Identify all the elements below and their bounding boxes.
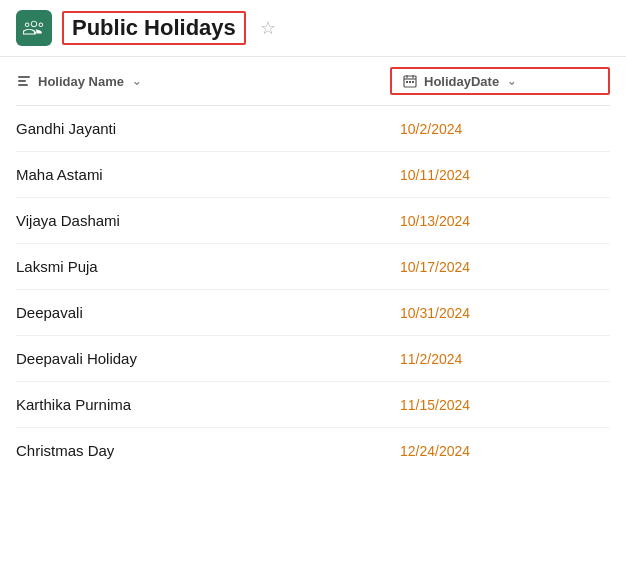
holiday-date-cell: 10/17/2024 [390, 259, 610, 275]
holiday-date-column-label: HolidayDate [424, 74, 499, 89]
name-sort-chevron[interactable]: ⌄ [132, 75, 141, 88]
svg-rect-9 [412, 81, 414, 83]
holiday-date-cell: 11/2/2024 [390, 351, 610, 367]
calendar-column-icon [402, 73, 418, 89]
table-row[interactable]: Christmas Day12/24/2024 [16, 428, 610, 473]
holiday-date-cell: 10/2/2024 [390, 121, 610, 137]
holiday-name-cell: Gandhi Jayanti [16, 120, 390, 137]
holiday-name-cell: Maha Astami [16, 166, 390, 183]
svg-rect-2 [18, 84, 28, 86]
date-sort-chevron[interactable]: ⌄ [507, 75, 516, 88]
svg-rect-7 [406, 81, 408, 83]
holiday-name-cell: Vijaya Dashami [16, 212, 390, 229]
svg-rect-1 [18, 80, 26, 82]
holiday-date-cell: 10/13/2024 [390, 213, 610, 229]
table-row[interactable]: Laksmi Puja10/17/2024 [16, 244, 610, 290]
table-row[interactable]: Deepavali Holiday11/2/2024 [16, 336, 610, 382]
holiday-date-cell: 10/31/2024 [390, 305, 610, 321]
table-header: Holiday Name ⌄ HolidayDate ⌄ [16, 57, 610, 106]
table-row[interactable]: Karthika Purnima11/15/2024 [16, 382, 610, 428]
column-header-name[interactable]: Holiday Name ⌄ [16, 73, 390, 89]
table-row[interactable]: Maha Astami10/11/2024 [16, 152, 610, 198]
text-column-icon [16, 73, 32, 89]
column-header-date[interactable]: HolidayDate ⌄ [390, 67, 610, 95]
holiday-name-cell: Karthika Purnima [16, 396, 390, 413]
holidays-table: Holiday Name ⌄ HolidayDate ⌄ Gandhi Jaya… [0, 57, 626, 473]
holiday-name-cell: Deepavali [16, 304, 390, 321]
holiday-name-cell: Christmas Day [16, 442, 390, 459]
holiday-date-cell: 11/15/2024 [390, 397, 610, 413]
app-icon [16, 10, 52, 46]
table-row[interactable]: Vijaya Dashami10/13/2024 [16, 198, 610, 244]
holiday-date-cell: 10/11/2024 [390, 167, 610, 183]
holiday-name-cell: Laksmi Puja [16, 258, 390, 275]
table-row[interactable]: Gandhi Jayanti10/2/2024 [16, 106, 610, 152]
holiday-name-cell: Deepavali Holiday [16, 350, 390, 367]
svg-rect-8 [409, 81, 411, 83]
table-body: Gandhi Jayanti10/2/2024Maha Astami10/11/… [16, 106, 610, 473]
star-icon[interactable]: ☆ [260, 17, 276, 39]
page-title: Public Holidays [62, 11, 246, 45]
table-row[interactable]: Deepavali10/31/2024 [16, 290, 610, 336]
page-header: Public Holidays ☆ [0, 0, 626, 57]
svg-rect-0 [18, 76, 30, 78]
holiday-name-column-label: Holiday Name [38, 74, 124, 89]
holiday-date-cell: 12/24/2024 [390, 443, 610, 459]
